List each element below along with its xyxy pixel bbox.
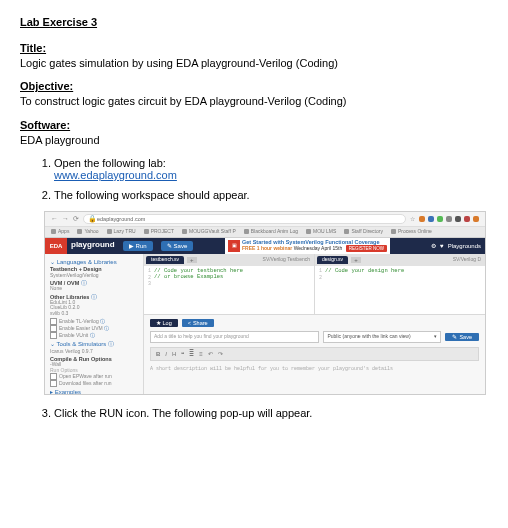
doulos-icon: ▣ <box>228 240 240 252</box>
run-button[interactable]: ▶ Run <box>123 241 153 252</box>
save-button[interactable]: ✎ Save <box>445 333 479 341</box>
promo-sub1: FREE 1 hour webinar <box>242 245 292 251</box>
ext-icon[interactable] <box>464 216 470 222</box>
bookmark-item[interactable]: Blackboard Anim Log <box>244 229 298 235</box>
checkbox[interactable] <box>50 332 57 339</box>
pane-label: SV/Verilog D <box>453 257 481 263</box>
bookmark-item[interactable]: PROJECT <box>144 229 174 235</box>
step-3: Click the RUN icon. The following pop-up… <box>54 407 488 419</box>
heading-icon[interactable]: H <box>172 351 176 358</box>
richtext-toolbar[interactable]: B I H ❝ ≣ ≡ ↶ ↷ <box>150 347 479 361</box>
tab-testbench[interactable]: testbench.sv <box>146 256 184 264</box>
objective-heading: Objective: <box>20 80 488 92</box>
lab-link[interactable]: www.edaplayground.com <box>54 169 177 181</box>
checkbox[interactable] <box>50 325 57 332</box>
section-examples[interactable]: ▸ Examples <box>50 389 138 394</box>
objective-text: To construct logic gates circuit by EDA … <box>20 94 488 108</box>
register-button[interactable]: REGISTER NOW <box>346 245 387 252</box>
forward-icon[interactable]: → <box>62 215 69 223</box>
info-icon[interactable]: ⓘ <box>100 318 105 324</box>
chevron-down-icon: ▾ <box>434 334 437 340</box>
app-header: EDA playground ▶ Run ✎ Save ▣ Get Starte… <box>45 238 485 254</box>
sidebar: ⌄ Languages & Libraries Testbench + Desi… <box>45 254 144 394</box>
checkbox[interactable] <box>50 318 57 325</box>
app-name: playground <box>71 241 115 250</box>
workspace: ⌄ Languages & Libraries Testbench + Desi… <box>45 254 485 394</box>
testbench-editor[interactable]: 123 // Code your testbench here// or bro… <box>144 266 314 314</box>
bookmark-item[interactable]: Staff Directory <box>344 229 383 235</box>
italic-icon[interactable]: I <box>165 351 167 358</box>
tool-select[interactable]: Icarus Verilog 0.9.7 <box>50 349 138 355</box>
tab-add[interactable]: + <box>187 257 197 264</box>
design-pane: design.sv + SV/Verilog D 12 // Code your… <box>315 254 485 314</box>
steps-list: Open the following lab: www.edaplaygroun… <box>20 157 488 201</box>
list-icon[interactable]: ≣ <box>189 351 194 358</box>
olist-icon[interactable]: ≡ <box>199 351 203 358</box>
bold-icon[interactable]: B <box>156 351 160 358</box>
bookmarks-bar: Apps Yahoo Lazy TRU PROJECT MOUGGVault S… <box>45 227 485 238</box>
quote-icon[interactable]: ❝ <box>181 351 184 358</box>
redo-icon[interactable]: ↷ <box>218 351 223 358</box>
tb-design-sub: SystemVerilog/Verilog <box>50 273 138 279</box>
bookmark-item[interactable]: MOUGGVault Staff P <box>182 229 236 235</box>
browser-chrome: ← → ⟳ 🔒 edaplayground.com ☆ <box>45 212 485 227</box>
info-icon[interactable]: ⓘ <box>108 341 114 347</box>
bookmark-item[interactable]: MOU LMS <box>306 229 336 235</box>
url-field[interactable]: 🔒 edaplayground.com <box>83 214 406 224</box>
log-tab[interactable]: ★ Log <box>150 319 178 327</box>
bookmark-item[interactable]: Lazy TRU <box>107 229 136 235</box>
info-icon[interactable]: ⓘ <box>81 280 87 286</box>
step-1: Open the following lab: www.edaplaygroun… <box>54 157 488 181</box>
software-heading: Software: <box>20 119 488 131</box>
visibility-select[interactable]: Public (anyone with the link can view)▾ <box>323 331 441 343</box>
design-editor[interactable]: 12 // Code your design here <box>315 266 485 314</box>
description-placeholder[interactable]: A short description will be helpful for … <box>150 367 479 373</box>
share-tab[interactable]: < Share <box>182 319 214 327</box>
ext-icon[interactable] <box>437 216 443 222</box>
bookmark-item[interactable]: Apps <box>51 229 69 235</box>
title-text: Logic gates simulation by using EDA play… <box>20 56 488 70</box>
testbench-pane: testbench.sv + SV/Verilog Testbench 123 … <box>144 254 315 314</box>
reload-icon[interactable]: ⟳ <box>73 215 79 223</box>
tab-design[interactable]: design.sv <box>317 256 348 264</box>
bottom-panel: ★ Log < Share Add a title to help you fi… <box>144 315 485 394</box>
undo-icon[interactable]: ↶ <box>208 351 213 358</box>
star-icon[interactable]: ☆ <box>410 216 415 223</box>
ext-icon[interactable] <box>473 216 479 222</box>
ext-icon[interactable] <box>446 216 452 222</box>
back-icon[interactable]: ← <box>51 215 58 223</box>
info-icon[interactable]: ⓘ <box>90 332 95 338</box>
editor-area: testbench.sv + SV/Verilog Testbench 123 … <box>144 254 485 394</box>
extension-icons <box>419 216 479 222</box>
bookmark-item[interactable]: Process Online <box>391 229 432 235</box>
ext-icon[interactable] <box>455 216 461 222</box>
promo-banner[interactable]: ▣ Get Started with SystemVerilog Functio… <box>225 238 390 254</box>
lib-item[interactable]: svlib 0.3 <box>50 311 138 317</box>
pane-label: SV/Verilog Testbench <box>263 257 310 263</box>
workspace-screenshot: ← → ⟳ 🔒 edaplayground.com ☆ Apps Yahoo L… <box>44 211 486 395</box>
info-icon[interactable]: ⓘ <box>104 325 109 331</box>
title-heading: Title: <box>20 42 488 54</box>
lab-heading: Lab Exercise 3 <box>20 16 488 28</box>
checkbox[interactable] <box>50 373 57 380</box>
playgrounds-link[interactable]: Playgrounds <box>448 243 481 250</box>
ext-icon[interactable] <box>428 216 434 222</box>
settings-icon[interactable]: ⚙ <box>431 243 436 250</box>
steps-list-2: Click the RUN icon. The following pop-up… <box>20 407 488 419</box>
favorite-icon[interactable]: ♥ <box>440 243 444 250</box>
save-button-header[interactable]: ✎ Save <box>161 241 194 252</box>
checkbox[interactable] <box>50 380 57 387</box>
bookmark-item[interactable]: Yahoo <box>77 229 98 235</box>
section-languages: ⌄ Languages & Libraries <box>50 259 138 266</box>
uvm-none[interactable]: None <box>50 286 138 292</box>
step-2: The following workspace should appear. <box>54 189 488 201</box>
ext-icon[interactable] <box>419 216 425 222</box>
logo-icon: EDA <box>45 238 67 254</box>
software-text: EDA playground <box>20 133 488 147</box>
step-1-text: Open the following lab: <box>54 157 166 169</box>
title-input[interactable]: Add a title to help you find your playgr… <box>150 331 319 343</box>
lock-icon: 🔒 <box>88 215 97 223</box>
tab-add[interactable]: + <box>351 257 361 264</box>
promo-sub2: Wednesday April 15th <box>294 245 343 251</box>
info-icon[interactable]: ⓘ <box>91 294 97 300</box>
